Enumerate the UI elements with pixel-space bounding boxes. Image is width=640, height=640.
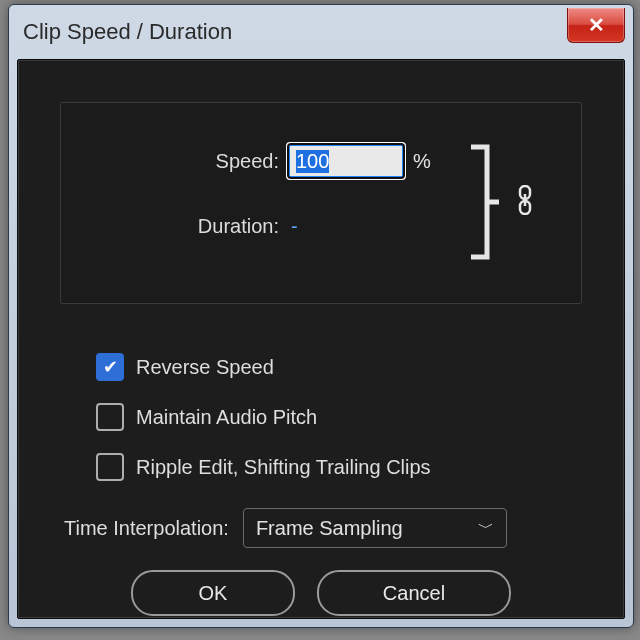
time-interpolation-value: Frame Sampling [256,517,403,540]
maintain-pitch-row: ✔ Maintain Audio Pitch [96,392,431,442]
reverse-speed-label: Reverse Speed [136,356,274,379]
duration-value: - [291,215,298,238]
reverse-speed-row: ✔ Reverse Speed [96,342,431,392]
speed-label: Speed: [173,150,279,173]
speed-unit: % [413,150,431,173]
link-icon[interactable] [517,185,533,221]
dialog-body: Speed: % Duration: - ✔ Reverse Speed ✔ [17,59,625,619]
check-icon: ✔ [103,358,118,376]
time-interpolation-dropdown[interactable]: Frame Sampling ﹀ [243,508,507,548]
speed-row: Speed: % [173,143,431,179]
close-button[interactable]: ✕ [567,8,625,43]
close-icon: ✕ [588,13,605,37]
time-interpolation-label: Time Interpolation: [64,517,229,540]
ripple-edit-label: Ripple Edit, Shifting Trailing Clips [136,456,431,479]
duration-row: Duration: - [153,215,298,238]
chevron-down-icon: ﹀ [478,518,494,539]
cancel-button[interactable]: Cancel [317,570,511,616]
ripple-edit-checkbox[interactable]: ✔ [96,453,124,481]
maintain-pitch-checkbox[interactable]: ✔ [96,403,124,431]
reverse-speed-checkbox[interactable]: ✔ [96,353,124,381]
time-interpolation-row: Time Interpolation: Frame Sampling ﹀ [64,508,507,548]
checkbox-group: ✔ Reverse Speed ✔ Maintain Audio Pitch ✔… [96,342,431,492]
speed-input[interactable] [287,143,405,179]
link-bracket-icon [469,143,499,261]
speed-duration-panel: Speed: % Duration: - [60,102,582,304]
ok-button[interactable]: OK [131,570,295,616]
ripple-edit-row: ✔ Ripple Edit, Shifting Trailing Clips [96,442,431,492]
maintain-pitch-label: Maintain Audio Pitch [136,406,317,429]
dialog-title: Clip Speed / Duration [23,19,232,45]
duration-label: Duration: [153,215,279,238]
dialog-window: Clip Speed / Duration ✕ Speed: % Duratio… [8,4,634,628]
title-bar: Clip Speed / Duration ✕ [9,5,633,59]
dialog-button-row: OK Cancel [18,570,624,616]
